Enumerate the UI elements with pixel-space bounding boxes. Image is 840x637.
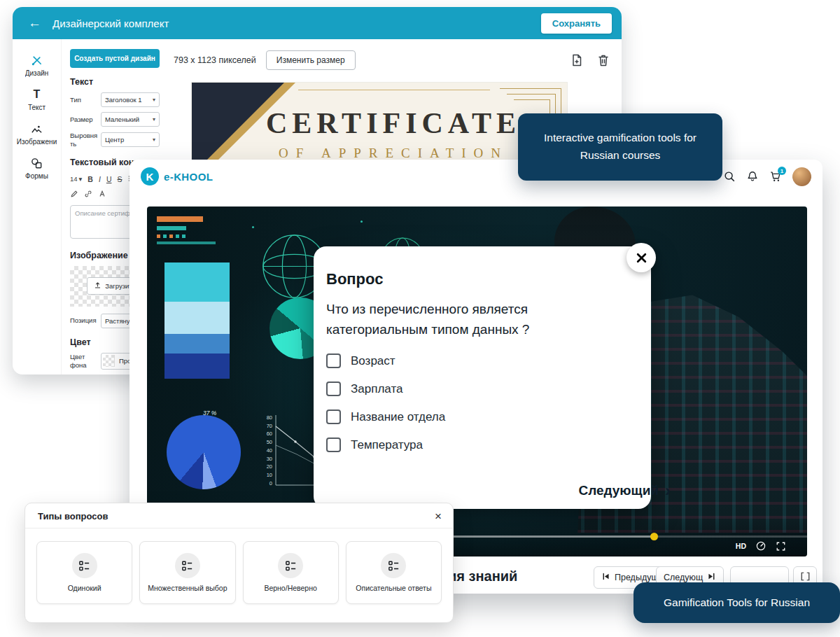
line-chart-y-axis: 80 70 60 50 40 30 20 10 0 bbox=[262, 414, 272, 488]
back-arrow-icon[interactable]: ← bbox=[28, 15, 41, 31]
save-button[interactable]: Сохранять bbox=[541, 13, 612, 34]
font-size-select[interactable]: 14 ▾ bbox=[70, 175, 82, 183]
sidebar-item-images[interactable]: Изображени bbox=[13, 122, 61, 146]
select-value: Заголовок 1 bbox=[105, 96, 142, 104]
underline-icon[interactable]: U bbox=[106, 176, 112, 183]
axis-label: 20 bbox=[262, 463, 272, 471]
close-icon bbox=[636, 252, 648, 264]
search-icon[interactable] bbox=[723, 170, 736, 183]
link-icon[interactable] bbox=[84, 188, 92, 201]
next-button[interactable]: Следующий › bbox=[578, 482, 671, 499]
quiz-modal: Вопрос Что из перечисленного является ка… bbox=[314, 246, 651, 509]
sidebar-item-shapes[interactable]: Формы bbox=[13, 156, 61, 180]
slide-stacked-bar-chart bbox=[164, 262, 230, 379]
checkbox[interactable] bbox=[326, 354, 341, 368]
checkbox[interactable] bbox=[326, 438, 341, 452]
cart-icon[interactable]: 1 bbox=[769, 170, 782, 183]
avatar[interactable] bbox=[792, 167, 811, 186]
axis-label: 30 bbox=[262, 455, 272, 463]
resize-button[interactable]: Изменить размер bbox=[266, 50, 356, 70]
text-icon: T bbox=[34, 88, 41, 102]
video-controls: HD bbox=[736, 540, 786, 552]
font-size-value: 14 bbox=[70, 175, 78, 183]
question-types-window: Типы вопросов × Одинокий Множественный в… bbox=[24, 503, 454, 623]
playback-speed-icon[interactable] bbox=[755, 540, 766, 552]
list-check-icon bbox=[72, 553, 97, 578]
skip-next-icon bbox=[707, 572, 716, 583]
field-label: Позиция bbox=[70, 316, 101, 325]
design-window-title: Дизайнерский комплект bbox=[52, 18, 169, 29]
add-page-icon[interactable] bbox=[568, 52, 585, 69]
sidebar-item-label: Дизайн bbox=[25, 69, 49, 77]
question-types-title: Типы вопросов bbox=[38, 511, 108, 522]
italic-icon[interactable]: I bbox=[99, 176, 101, 183]
text-color-icon[interactable] bbox=[98, 188, 106, 201]
card-label: Одинокий bbox=[64, 584, 106, 592]
list-check-icon bbox=[278, 553, 303, 578]
lesson-heading-truncated: ия знаний bbox=[448, 568, 517, 584]
hd-quality-label[interactable]: HD bbox=[736, 542, 746, 550]
option-label: Название отдела bbox=[351, 410, 445, 424]
card-label: Описательные ответы bbox=[351, 584, 435, 592]
quiz-option[interactable]: Зарплата bbox=[326, 382, 633, 396]
image-mountains-icon bbox=[30, 122, 43, 136]
transparent-swatch bbox=[103, 355, 115, 367]
stage: ← Дизайнерский комплект Сохранять Дизайн… bbox=[0, 0, 840, 637]
callout-line: Interactive gamification tools for bbox=[544, 130, 696, 147]
pie-percentage-label: 37 % bbox=[203, 410, 216, 416]
sidebar-item-label: Изображени bbox=[17, 138, 57, 146]
canvas-size-label: 793 x 1123 пикселей bbox=[174, 55, 256, 65]
align-select[interactable]: Центр ▾ bbox=[101, 132, 160, 147]
next-label: Следующ bbox=[664, 573, 703, 582]
quiz-option[interactable]: Название отдела bbox=[326, 410, 633, 424]
sidebar-item-label: Формы bbox=[25, 172, 48, 180]
card-label: Верно/Неверно bbox=[260, 584, 321, 592]
notifications-bell-icon[interactable] bbox=[746, 170, 759, 183]
strikethrough-icon[interactable]: S bbox=[117, 176, 122, 183]
question-type-card-multiple[interactable]: Множественный выбор bbox=[139, 541, 235, 604]
field-row-align: Выровнять Центр ▾ bbox=[70, 132, 160, 148]
option-label: Зарплата bbox=[351, 382, 402, 396]
question-type-card-truefalse[interactable]: Верно/Неверно bbox=[243, 541, 339, 604]
ekhool-logo-icon: K bbox=[141, 167, 159, 186]
ekhool-logo[interactable]: K e-KHOOL bbox=[141, 167, 213, 186]
decor-dot bbox=[252, 226, 254, 228]
brand-name: e-KHOOL bbox=[164, 171, 213, 183]
field-label: Выровнять bbox=[70, 132, 101, 148]
question-type-card-descriptive[interactable]: Описательные ответы bbox=[346, 541, 442, 604]
close-icon[interactable]: × bbox=[435, 510, 442, 522]
question-type-card-single[interactable]: Одинокий bbox=[36, 541, 132, 604]
checkbox[interactable] bbox=[326, 382, 341, 396]
axis-label: 10 bbox=[262, 471, 272, 479]
slide-big-pie-chart bbox=[167, 415, 241, 489]
sidebar-item-design[interactable]: Дизайн bbox=[13, 53, 61, 77]
close-icon-button[interactable] bbox=[626, 243, 656, 272]
quiz-option[interactable]: Возраст bbox=[326, 354, 633, 368]
callout-bottom: Gamification Tools for Russian bbox=[634, 582, 840, 623]
design-sidebar: Дизайн T Текст Изображени Формы bbox=[13, 39, 62, 374]
certificate-subtitle: OF APPRECIATION bbox=[234, 146, 553, 161]
quiz-title: Вопрос bbox=[326, 270, 633, 288]
field-label: Тип bbox=[70, 96, 101, 104]
question-types-header: Типы вопросов × bbox=[25, 503, 453, 528]
bold-icon[interactable]: B bbox=[88, 176, 93, 183]
quiz-option[interactable]: Температура bbox=[326, 438, 633, 452]
certificate-border-line bbox=[298, 90, 490, 90]
list-check-icon bbox=[381, 553, 406, 578]
pencil-icon[interactable] bbox=[70, 188, 78, 201]
fullscreen-icon[interactable] bbox=[776, 541, 786, 552]
card-label: Множественный выбор bbox=[144, 584, 231, 592]
sidebar-item-text[interactable]: T Текст bbox=[13, 88, 61, 111]
axis-label: 60 bbox=[262, 430, 272, 438]
chevron-down-icon: ▾ bbox=[153, 136, 155, 143]
create-empty-design-button[interactable]: Создать пустой дизайн bbox=[70, 49, 160, 68]
type-select[interactable]: Заголовок 1 ▾ bbox=[101, 92, 160, 107]
text-section-title: Текст bbox=[70, 77, 160, 87]
checkbox[interactable] bbox=[326, 410, 341, 424]
callout-line: Russian courses bbox=[580, 147, 661, 164]
size-select[interactable]: Маленький ▾ bbox=[101, 112, 160, 127]
quiz-options: Возраст Зарплата Название отдела Темпера… bbox=[326, 354, 633, 452]
select-value: Маленький bbox=[105, 115, 139, 123]
chevron-down-icon: ▾ bbox=[79, 175, 83, 183]
trash-icon[interactable] bbox=[595, 52, 612, 69]
